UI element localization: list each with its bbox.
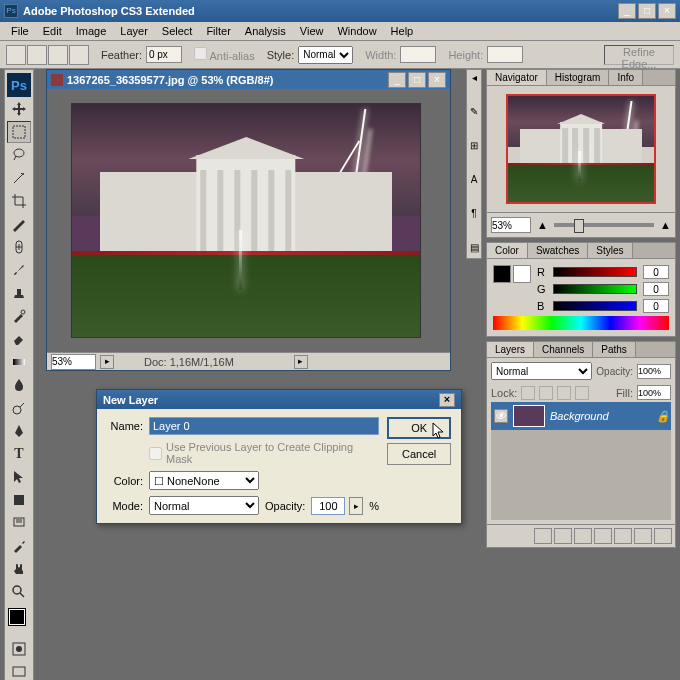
- lock-pixels-icon[interactable]: [539, 386, 553, 400]
- opacity-input[interactable]: [311, 497, 345, 515]
- tab-color[interactable]: Color: [487, 243, 528, 258]
- ps-logo-icon[interactable]: Ps: [7, 73, 31, 97]
- minimize-button[interactable]: _: [618, 3, 636, 19]
- menu-help[interactable]: Help: [384, 23, 421, 39]
- panel-toggle-icon[interactable]: ◂: [467, 72, 481, 86]
- close-button[interactable]: ×: [658, 3, 676, 19]
- selection-new-icon[interactable]: [6, 45, 26, 65]
- dialog-titlebar[interactable]: New Layer ×: [97, 390, 461, 409]
- dialog-close-button[interactable]: ×: [439, 393, 455, 407]
- group-icon[interactable]: [614, 528, 632, 544]
- screen-mode-tool[interactable]: [7, 661, 31, 680]
- menu-view[interactable]: View: [293, 23, 331, 39]
- mode-select[interactable]: Normal: [149, 496, 259, 515]
- style-select[interactable]: Normal: [298, 46, 353, 64]
- layer-row-background[interactable]: 👁 Background 🔒: [491, 402, 671, 430]
- tab-histogram[interactable]: Histogram: [547, 70, 610, 85]
- new-layer-icon[interactable]: [634, 528, 652, 544]
- gradient-tool[interactable]: [7, 351, 31, 373]
- slice-tool[interactable]: [7, 213, 31, 235]
- selection-subtract-icon[interactable]: [48, 45, 68, 65]
- quick-mask-tool[interactable]: [7, 638, 31, 660]
- feather-input[interactable]: [146, 46, 182, 63]
- zoom-arrow-icon[interactable]: ▸: [100, 355, 114, 369]
- menu-edit[interactable]: Edit: [36, 23, 69, 39]
- tab-paths[interactable]: Paths: [593, 342, 636, 357]
- layer-name-input[interactable]: [149, 417, 379, 435]
- zoom-input[interactable]: [51, 354, 96, 370]
- tab-info[interactable]: Info: [609, 70, 643, 85]
- zoom-out-icon[interactable]: ▲: [537, 219, 548, 231]
- r-input[interactable]: [643, 265, 669, 279]
- menu-file[interactable]: File: [4, 23, 36, 39]
- lock-pos-icon[interactable]: [557, 386, 571, 400]
- doc-close-button[interactable]: ×: [428, 72, 446, 88]
- type-tool[interactable]: T: [7, 443, 31, 465]
- menu-layer[interactable]: Layer: [113, 23, 155, 39]
- clone-stamp-tool[interactable]: [7, 282, 31, 304]
- tab-styles[interactable]: Styles: [588, 243, 632, 258]
- history-brush-tool[interactable]: [7, 305, 31, 327]
- ok-button[interactable]: OK: [387, 417, 451, 439]
- fg-swatch[interactable]: [493, 265, 511, 283]
- healing-brush-tool[interactable]: [7, 236, 31, 258]
- eyedropper-tool[interactable]: [7, 535, 31, 557]
- r-slider[interactable]: [553, 267, 637, 277]
- blur-tool[interactable]: [7, 374, 31, 396]
- menu-select[interactable]: Select: [155, 23, 200, 39]
- spectrum-bar[interactable]: [493, 316, 669, 330]
- fg-color-swatch[interactable]: [9, 609, 25, 625]
- canvas[interactable]: [71, 103, 421, 338]
- color-select[interactable]: ☐ NoneNone: [149, 471, 259, 490]
- layer-fx-icon[interactable]: [554, 528, 572, 544]
- hand-tool[interactable]: [7, 558, 31, 580]
- fill-input[interactable]: [637, 385, 671, 400]
- b-slider[interactable]: [553, 301, 637, 311]
- opacity-arrow-icon[interactable]: ▸: [349, 497, 363, 515]
- blend-mode-select[interactable]: Normal: [491, 362, 592, 380]
- info-arrow-icon[interactable]: ▸: [294, 355, 308, 369]
- tab-swatches[interactable]: Swatches: [528, 243, 588, 258]
- character-icon[interactable]: A: [467, 174, 481, 188]
- layer-mask-icon[interactable]: [574, 528, 592, 544]
- refine-edge-button[interactable]: Refine Edge...: [604, 45, 674, 65]
- menu-image[interactable]: Image: [69, 23, 114, 39]
- menu-filter[interactable]: Filter: [199, 23, 237, 39]
- marquee-tool[interactable]: [7, 121, 31, 143]
- navigator-thumbnail[interactable]: [506, 94, 656, 204]
- brush-tool[interactable]: [7, 259, 31, 281]
- maximize-button[interactable]: □: [638, 3, 656, 19]
- tab-layers[interactable]: Layers: [487, 342, 534, 357]
- menu-analysis[interactable]: Analysis: [238, 23, 293, 39]
- crop-tool[interactable]: [7, 190, 31, 212]
- notes-tool[interactable]: [7, 512, 31, 534]
- shape-tool[interactable]: [7, 489, 31, 511]
- eraser-tool[interactable]: [7, 328, 31, 350]
- layers-list[interactable]: [491, 430, 671, 520]
- selection-intersect-icon[interactable]: [69, 45, 89, 65]
- cancel-button[interactable]: Cancel: [387, 443, 451, 465]
- lock-trans-icon[interactable]: [521, 386, 535, 400]
- g-slider[interactable]: [553, 284, 637, 294]
- tab-channels[interactable]: Channels: [534, 342, 593, 357]
- menu-window[interactable]: Window: [330, 23, 383, 39]
- clone-source-icon[interactable]: ⊞: [467, 140, 481, 154]
- visibility-icon[interactable]: 👁: [494, 409, 508, 423]
- tab-navigator[interactable]: Navigator: [487, 70, 547, 85]
- nav-zoom-input[interactable]: [491, 217, 531, 233]
- doc-minimize-button[interactable]: _: [388, 72, 406, 88]
- document-titlebar[interactable]: 1367265_36359577.jpg @ 53% (RGB/8#) _ □ …: [47, 70, 450, 89]
- lasso-tool[interactable]: [7, 144, 31, 166]
- g-input[interactable]: [643, 282, 669, 296]
- delete-layer-icon[interactable]: [654, 528, 672, 544]
- zoom-tool[interactable]: [7, 581, 31, 603]
- pen-tool[interactable]: [7, 420, 31, 442]
- dodge-tool[interactable]: [7, 397, 31, 419]
- path-selection-tool[interactable]: [7, 466, 31, 488]
- b-input[interactable]: [643, 299, 669, 313]
- selection-add-icon[interactable]: [27, 45, 47, 65]
- magic-wand-tool[interactable]: [7, 167, 31, 189]
- zoom-in-icon[interactable]: ▲: [660, 219, 671, 231]
- layer-comps-icon[interactable]: ▤: [467, 242, 481, 256]
- adjustment-layer-icon[interactable]: [594, 528, 612, 544]
